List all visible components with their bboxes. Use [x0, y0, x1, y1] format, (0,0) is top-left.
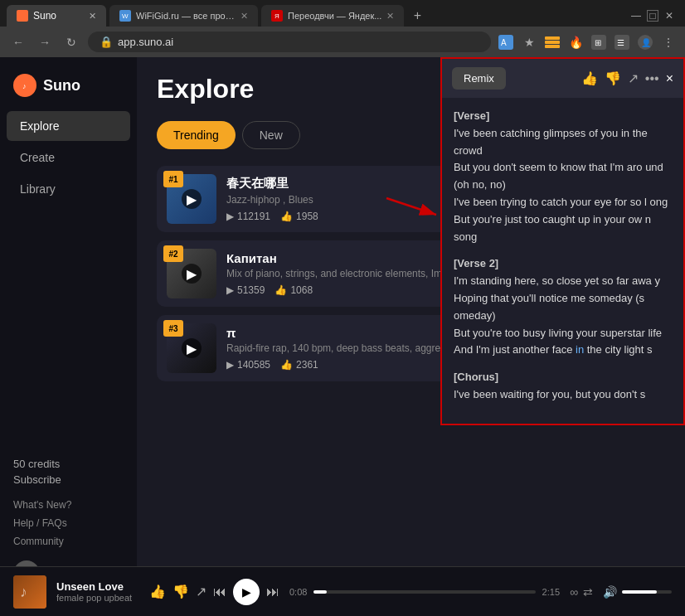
close-lyrics-button[interactable]: × [666, 71, 673, 86]
share-icon[interactable]: ↗ [628, 70, 639, 86]
translate-icon[interactable]: A [498, 34, 514, 51]
back-button[interactable]: ← [8, 32, 28, 52]
tab-suno-close[interactable]: ✕ [89, 11, 96, 22]
svg-text:♪: ♪ [22, 82, 27, 90]
total-time: 2:15 [542, 587, 560, 597]
shuffle-icon[interactable]: ⇄ [583, 585, 593, 599]
volume-icon[interactable]: 🔊 [603, 585, 617, 599]
svg-text:W: W [122, 12, 129, 20]
more-options-icon[interactable]: ••• [645, 71, 659, 86]
tab-yandex-close[interactable]: ✕ [386, 11, 394, 22]
ext-icon-4[interactable]: ☰ [614, 34, 630, 51]
thumbs-up-player[interactable]: 👍 [149, 584, 166, 599]
lyrics-line: And I'm just another face in the city li… [454, 342, 672, 359]
volume-bar[interactable] [622, 590, 672, 594]
player-title: Unseen Love [56, 580, 139, 593]
sidebar-spacer [0, 205, 137, 451]
thumbs-up-icon[interactable]: 👍 [581, 70, 598, 86]
lyrics-header: Remix 👍 👎 ↗ ••• × [442, 59, 683, 98]
reload-button[interactable]: ↻ [61, 32, 81, 52]
new-tab-button[interactable]: + [407, 6, 427, 26]
lock-icon: 🔒 [100, 36, 113, 48]
browser-chrome: Suno ✕ W WiFiGid.ru — все про W... ✕ Я П… [0, 0, 685, 57]
sidebar-item-explore[interactable]: Explore [7, 111, 130, 141]
tab-wifi-label: WiFiGid.ru — все про W... [136, 11, 236, 21]
forward-button[interactable]: → [35, 32, 55, 52]
highlight-word: in [576, 343, 584, 356]
tab-suno-label: Suno [33, 10, 56, 22]
lyrics-line: I've been catching glimpses of you in th… [454, 125, 672, 160]
svg-text:👤: 👤 [641, 37, 652, 48]
community-link[interactable]: Community [13, 532, 124, 551]
sidebar-item-library[interactable]: Library [7, 174, 130, 204]
play-button-3[interactable]: ▶ [182, 338, 202, 358]
lyrics-line: I'm standing here, so close yet so far a… [454, 273, 672, 290]
player-genre: female pop upbeat [56, 593, 139, 603]
ext-icon-1[interactable] [544, 34, 561, 51]
svg-text:A: A [501, 38, 507, 47]
tab-new[interactable]: New [242, 121, 300, 149]
svg-text:☰: ☰ [617, 38, 624, 47]
close-window-button[interactable]: ✕ [663, 10, 675, 22]
tab-yandex[interactable]: Я Переодвчи — Яндек... ✕ [261, 5, 404, 27]
help-faqs-link[interactable]: Help / FAQs [13, 514, 124, 532]
ext-icon-2[interactable]: 🔥 [567, 34, 584, 51]
lyrics-line: But you're just too caught up in your ow… [454, 211, 672, 246]
credits-text: 50 credits [13, 458, 124, 470]
bookmark-icon[interactable]: ★ [521, 34, 537, 51]
sidebar-links: What's New? Help / FAQs Community [0, 492, 137, 554]
main-content: Explore Trending New #1 ▶ 春天在哪里 Jazz-hip… [137, 57, 685, 604]
player-controls: 👍 👎 ↗ ⏮ ▶ ⏭ [149, 579, 279, 605]
logo-text: Suno [43, 77, 80, 95]
rank-badge-1: #1 [163, 171, 183, 187]
progress-bar[interactable] [313, 590, 535, 594]
ext-icon-5[interactable]: 👤 [637, 34, 653, 51]
like-count-2: 👍 1068 [274, 284, 313, 296]
play-count-3: ▶ 140585 [226, 359, 270, 371]
play-count-1: ▶ 112191 [226, 211, 270, 222]
share-player[interactable]: ↗ [196, 584, 206, 599]
header-actions: 👍 👎 ↗ ••• × [581, 70, 673, 86]
address-bar[interactable]: 🔒 app.suno.ai [88, 32, 491, 52]
play-button-1[interactable]: ▶ [182, 189, 202, 209]
menu-icon[interactable]: ⋮ [660, 34, 677, 51]
whats-new-link[interactable]: What's New? [13, 496, 124, 514]
lyrics-line: But you don't seem to know that I'm aro … [454, 159, 672, 194]
svg-rect-19 [13, 575, 46, 609]
play-pause-button[interactable]: ▶ [233, 579, 260, 605]
volume-section: 🔊 [603, 585, 672, 599]
sidebar-item-create[interactable]: Create [7, 143, 130, 172]
svg-rect-7 [545, 41, 560, 44]
minimize-button[interactable]: — [630, 10, 642, 22]
tab-yandex-label: Переодвчи — Яндек... [288, 11, 381, 21]
thumbs-down-player[interactable]: 👎 [172, 584, 189, 599]
wifi-favicon: W [119, 10, 131, 22]
maximize-button[interactable]: □ [647, 10, 658, 22]
tab-suno[interactable]: Suno ✕ [7, 5, 106, 27]
player-info: Unseen Love female pop upbeat [56, 580, 139, 603]
svg-text:Я: Я [274, 12, 279, 20]
volume-fill [622, 590, 657, 594]
logo-icon: ♪ [13, 74, 36, 97]
skip-back-button[interactable]: ⏮ [213, 584, 226, 599]
tab-wifi[interactable]: W WiFiGid.ru — все про W... ✕ [109, 5, 258, 27]
lyrics-content[interactable]: [Verse] I've been catching glimpses of y… [442, 98, 683, 424]
subscribe-button[interactable]: Subscribe [13, 473, 124, 486]
remix-button[interactable]: Remix [452, 67, 506, 90]
thumbs-down-icon[interactable]: 👎 [605, 70, 621, 86]
lyrics-line: I've been trying to catch your eye for s… [454, 194, 672, 211]
play-button-2[interactable]: ▶ [182, 264, 202, 284]
lyrics-verse-2: [Verse 2] I'm standing here, so close ye… [454, 255, 672, 359]
svg-rect-6 [545, 36, 560, 40]
infinity-icon[interactable]: ∞ [570, 585, 578, 599]
tab-bar: Suno ✕ W WiFiGid.ru — все про W... ✕ Я П… [0, 0, 685, 27]
skip-forward-button[interactable]: ⏭ [266, 584, 279, 599]
tab-trending[interactable]: Trending [157, 121, 236, 149]
lyrics-line: Hoping that you'll notice me someday (s … [454, 290, 672, 325]
lyrics-line: But you're too busy living your supersta… [454, 325, 672, 342]
tab-wifi-close[interactable]: ✕ [240, 11, 248, 22]
address-text: app.suno.ai [118, 36, 479, 48]
ext-icon-3[interactable]: ⊞ [590, 34, 607, 51]
svg-text:⊞: ⊞ [595, 38, 601, 47]
browser-icons: A ★ 🔥 ⊞ ☰ 👤 ⋮ [498, 34, 677, 51]
